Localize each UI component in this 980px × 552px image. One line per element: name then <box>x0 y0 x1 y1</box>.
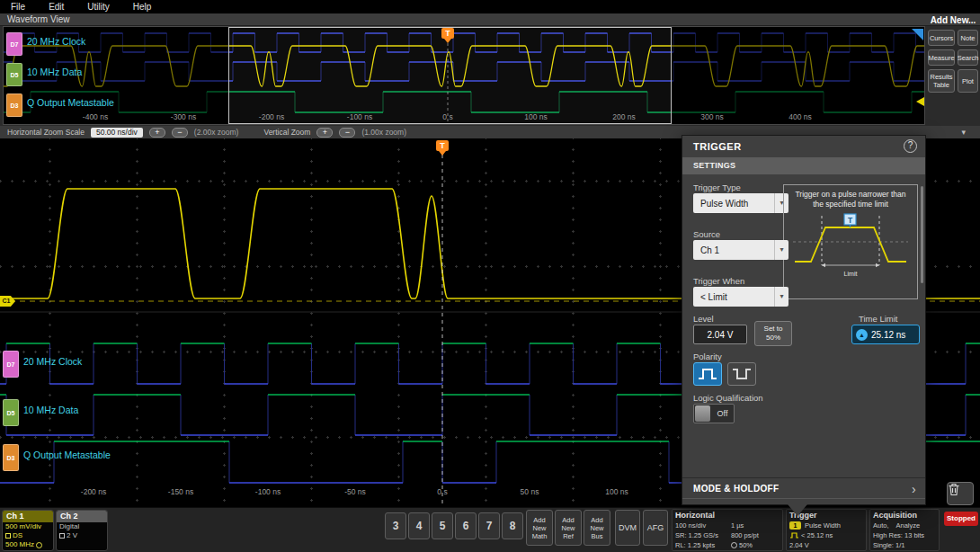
chevron-right-icon: › <box>912 478 916 500</box>
overview-waveform: T D7 20 MHz Clock D5 10 MHz Data D3 Q Ou… <box>3 26 925 125</box>
channel-label-d7-main[interactable]: 20 MHz Clock <box>23 356 82 367</box>
channel-label-d3[interactable]: Q Output Metastable <box>27 97 114 108</box>
overview-axis-tick: 400 ns <box>788 112 812 121</box>
ch1-scale: 500 mV/div <box>3 522 53 531</box>
trigger-description-box: Trigger on a pulse narrower than the spe… <box>783 184 918 299</box>
channel-badge-d3[interactable]: D3 <box>6 93 22 117</box>
channel-8-button[interactable]: 8 <box>502 512 523 539</box>
trigger-position-marker[interactable]: T <box>441 28 454 39</box>
channel-label-d3-main[interactable]: Q Output Metastable <box>23 450 111 460</box>
horizontal-scale: 100 ns/div <box>675 521 729 530</box>
dvm-button[interactable]: DVM <box>615 510 640 546</box>
time-limit-field[interactable]: ▴ 25.12 ns <box>851 325 920 344</box>
collapse-overview-icon[interactable]: ▾ <box>961 128 966 137</box>
channel-7-button[interactable]: 7 <box>478 512 500 539</box>
channel-6-button[interactable]: 6 <box>455 512 477 539</box>
channel-badge-d5[interactable]: D5 <box>6 63 22 86</box>
trigger-when-label: Trigger When <box>693 276 744 286</box>
results-table-button[interactable]: Results Table <box>928 69 955 93</box>
channel-label-d7[interactable]: 20 MHz Clock <box>27 36 85 47</box>
limit-caption: Limit <box>789 271 912 277</box>
channel-badge-d7-main[interactable]: D7 <box>3 351 19 378</box>
horizontal-settings-badge[interactable]: Horizontal 100 ns/div1 µs SR: 1.25 GS/s8… <box>672 509 783 551</box>
horizontal-zoom-in-button[interactable]: + <box>149 128 165 138</box>
trigger-when-dropdown[interactable]: < Limit ▾ <box>693 287 788 307</box>
add-new-ref-button[interactable]: Add New Ref <box>555 510 582 546</box>
channel-badge-d7[interactable]: D7 <box>6 32 22 56</box>
horizontal-zoom-scale-value[interactable]: 50.00 ns/div <box>91 128 143 138</box>
time-limit-value: 25.12 ns <box>871 330 905 340</box>
level-label: Level <box>693 314 714 324</box>
add-new-math-button[interactable]: Add New Math <box>526 510 553 546</box>
plot-button[interactable]: Plot <box>958 69 978 93</box>
trigger-level: 2.04 V <box>789 540 809 550</box>
record-length: RL: 1.25 kpts <box>675 540 729 550</box>
menu-file[interactable]: File <box>11 2 25 12</box>
note-button[interactable]: Note <box>958 30 978 46</box>
stopped-indicator[interactable]: Stopped <box>944 512 978 526</box>
source-label: Source <box>693 229 720 239</box>
menu-bar: File Edit Utility Help <box>0 0 980 13</box>
vertical-zoom-factor: (1.00x zoom) <box>361 128 406 137</box>
horizontal-zoom-out-button[interactable]: − <box>172 128 188 138</box>
trash-icon <box>948 483 960 496</box>
trigger-flag-icon[interactable] <box>912 29 923 40</box>
panel-scrollbar[interactable] <box>921 186 923 283</box>
trigger-type-dropdown[interactable]: Pulse Width ▾ <box>693 193 788 213</box>
positive-pulse-icon <box>698 367 717 381</box>
trigger-panel-title: TRIGGER <box>693 141 742 152</box>
overview-axis-tick: 300 ns <box>700 112 724 121</box>
cursors-button[interactable]: Cursors <box>928 30 955 46</box>
channel-badge-d5-main[interactable]: D5 <box>3 399 19 426</box>
trigger-position-marker-main[interactable]: T <box>436 140 449 151</box>
ch2-badge-title: Ch 2 <box>57 511 107 522</box>
horizontal-position: 50% <box>739 540 753 550</box>
ch1-level-arrow-icon[interactable] <box>916 97 924 106</box>
menu-utility[interactable]: Utility <box>87 2 109 12</box>
level-value-field[interactable]: 2.04 V <box>693 325 747 344</box>
channel-badge-d3-main[interactable]: D3 <box>3 444 19 471</box>
add-new-title: Add New... <box>928 15 978 25</box>
settings-section-header: SETTINGS <box>682 157 925 174</box>
acq-single: Single: 1/1 <box>873 540 904 550</box>
channel-3-button[interactable]: 3 <box>385 512 406 539</box>
logic-qualification-toggle[interactable]: Off <box>693 404 735 423</box>
delete-trash-button[interactable] <box>947 482 974 505</box>
trigger-type-label: Trigger Type <box>693 183 741 192</box>
ch2-badge[interactable]: Ch 2 Digital 2 V <box>56 510 108 551</box>
vertical-zoom-out-button[interactable]: − <box>339 128 355 138</box>
measure-button[interactable]: Measure <box>928 49 955 66</box>
mode-holdoff-section[interactable]: MODE & HOLDOFF › <box>682 477 925 499</box>
channel-label-d5-main[interactable]: 10 MHz Data <box>23 405 78 415</box>
acquisition-settings-badge[interactable]: Acquisition Auto,Analyze High Res: 13 bi… <box>869 509 940 551</box>
coupling-icon <box>5 533 11 539</box>
add-new-bus-button[interactable]: Add New Bus <box>584 510 610 546</box>
acq-resolution: High Res: 13 bits <box>873 530 924 540</box>
menu-help[interactable]: Help <box>133 2 152 12</box>
channel-5-button[interactable]: 5 <box>432 512 453 539</box>
search-button[interactable]: Search <box>958 49 978 66</box>
afg-button[interactable]: AFG <box>643 510 668 546</box>
channel-label-d5[interactable]: 10 MHz Data <box>27 67 82 77</box>
overview-axis-tick: -200 ns <box>259 112 284 121</box>
polarity-positive-button[interactable] <box>693 362 722 386</box>
waveform-view-title: Waveform View <box>7 14 69 24</box>
horizontal-zoom-factor: (2.00x zoom) <box>194 128 239 137</box>
help-icon[interactable]: ? <box>904 139 917 153</box>
label-line: Add <box>591 516 602 524</box>
main-axis-tick: -150 ns <box>168 487 193 496</box>
source-dropdown[interactable]: Ch 1 ▾ <box>693 240 788 260</box>
add-new-panel: Add New... Cursors Note Measure Search R… <box>928 15 978 127</box>
ch2-mode: Digital <box>57 522 107 531</box>
menu-edit[interactable]: Edit <box>49 2 64 12</box>
trigger-when-value: < Limit <box>693 292 774 302</box>
channel-4-button[interactable]: 4 <box>408 512 430 539</box>
mode-holdoff-label: MODE & HOLDOFF <box>693 484 779 494</box>
label-line: New <box>532 524 546 532</box>
set-to-50-button[interactable]: Set to 50% <box>754 321 792 346</box>
polarity-negative-button[interactable] <box>727 362 756 386</box>
vertical-zoom-in-button[interactable]: + <box>316 128 333 138</box>
ch1-badge[interactable]: Ch 1 500 mV/div DS 500 MHz <box>2 510 54 551</box>
acquisition-title: Acquisition <box>873 511 936 521</box>
toggle-knob <box>695 405 710 422</box>
